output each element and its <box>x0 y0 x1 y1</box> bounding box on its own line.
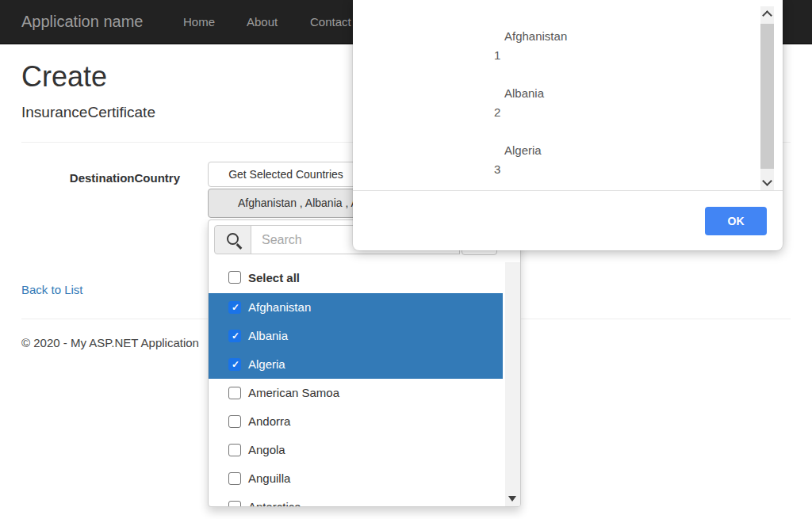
get-selected-countries-button[interactable]: Get Selected Countries <box>208 162 364 187</box>
country-list: AfghanistanAlbaniaAlgeriaAmerican SamoaA… <box>209 293 503 507</box>
back-to-list-link[interactable]: Back to List <box>21 283 83 296</box>
search-icon <box>227 233 239 245</box>
country-option-andorra[interactable]: Andorra <box>209 407 503 436</box>
checkbox-unchecked-icon[interactable] <box>228 444 241 456</box>
footer-copyright: © 2020 - My ASP.NET Application <box>21 336 199 349</box>
country-option-american-samoa[interactable]: American Samoa <box>209 379 503 407</box>
destination-country-label: DestinationCountry <box>21 171 180 185</box>
dialog-item-name: Albania <box>504 84 751 103</box>
country-option-label: Albania <box>248 322 288 350</box>
country-option-antarctica[interactable]: Antarctica <box>209 493 503 507</box>
checkbox-checked-icon[interactable] <box>228 358 241 371</box>
chevron-down-icon[interactable] <box>762 176 772 186</box>
alert-dialog-text: Afghanistan1Albania2Algeria3 <box>353 0 783 179</box>
app-brand-link[interactable]: Application name <box>21 0 143 44</box>
dialog-item-name: Algeria <box>504 141 751 160</box>
triangle-down-icon[interactable] <box>508 496 516 502</box>
select-all-checkbox[interactable] <box>228 271 241 284</box>
alert-dialog: Afghanistan1Albania2Algeria3 OK <box>353 0 783 250</box>
select-all-label: Select all <box>248 262 300 293</box>
chevron-up-icon[interactable] <box>762 10 772 21</box>
ok-button[interactable]: OK <box>705 207 767 235</box>
checkbox-unchecked-icon[interactable] <box>228 472 241 485</box>
country-option-angola[interactable]: Angola <box>209 436 503 464</box>
page-title: Create <box>21 60 107 93</box>
country-option-label: Antarctica <box>248 493 301 507</box>
country-option-label: Afghanistan <box>248 293 311 322</box>
nav-item-about[interactable]: About <box>247 0 278 44</box>
country-option-algeria[interactable]: Algeria <box>209 350 503 379</box>
checkbox-checked-icon[interactable] <box>228 330 241 342</box>
country-option-label: Andorra <box>248 407 290 436</box>
country-option-label: American Samoa <box>248 379 339 407</box>
checkbox-unchecked-icon[interactable] <box>228 387 241 399</box>
dialog-item-number: 3 <box>494 160 751 179</box>
country-option-label: Anguilla <box>248 464 290 493</box>
page-subtitle: InsuranceCertificate <box>21 104 155 121</box>
alert-dialog-body: Afghanistan1Albania2Algeria3 <box>353 0 783 190</box>
scrollbar-thumb[interactable] <box>760 24 774 169</box>
country-option-label: Angola <box>248 436 285 464</box>
list-scrollbar[interactable] <box>505 262 520 506</box>
country-dropdown-panel: Select all AfghanistanAlbaniaAlgeriaAmer… <box>208 219 521 507</box>
search-addon <box>214 225 251 254</box>
nav-item-home[interactable]: Home <box>183 0 215 44</box>
country-option-albania[interactable]: Albania <box>209 322 503 350</box>
dialog-list-item: Afghanistan1 <box>494 27 751 65</box>
country-option-afghanistan[interactable]: Afghanistan <box>209 293 503 322</box>
dialog-item-name: Afghanistan <box>504 27 751 46</box>
dialog-divider <box>353 190 783 191</box>
checkbox-unchecked-icon[interactable] <box>228 415 241 428</box>
dialog-item-number: 1 <box>494 46 751 65</box>
dialog-item-number: 2 <box>494 103 751 122</box>
select-all-row[interactable]: Select all <box>209 262 503 293</box>
checkbox-checked-icon[interactable] <box>228 301 241 314</box>
country-option-anguilla[interactable]: Anguilla <box>209 464 503 493</box>
dialog-scrollbar[interactable] <box>760 6 774 190</box>
country-option-label: Algeria <box>248 350 285 379</box>
checkbox-unchecked-icon[interactable] <box>228 501 241 507</box>
nav-item-contact[interactable]: Contact <box>310 0 351 44</box>
dialog-list-item: Albania2 <box>494 84 751 122</box>
dialog-list-item: Algeria3 <box>494 141 751 179</box>
